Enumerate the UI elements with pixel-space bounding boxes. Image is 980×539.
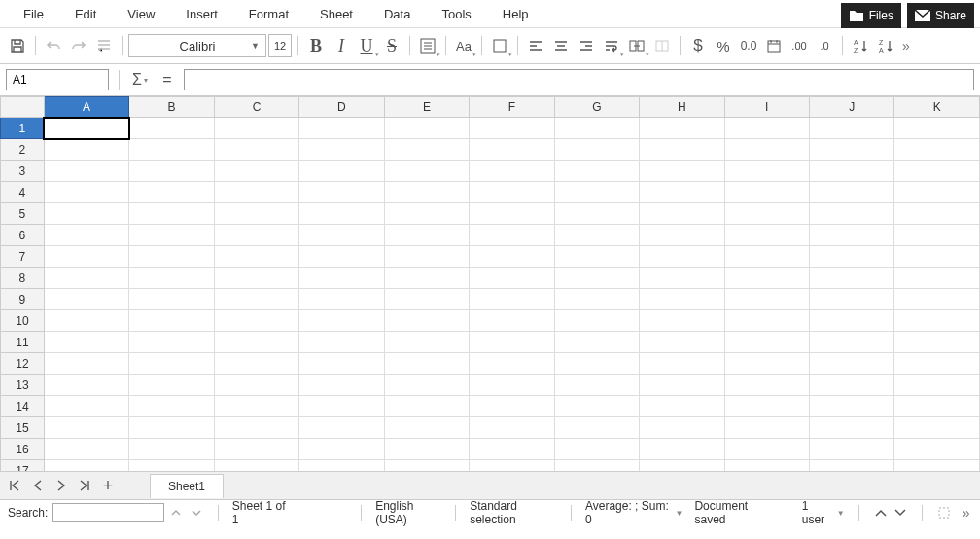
cell[interactable] [44,417,128,439]
cell[interactable] [299,375,384,396]
cell[interactable] [299,289,384,310]
add-sheet-icon[interactable]: + [97,475,119,496]
cell[interactable] [554,332,639,353]
cell[interactable] [299,139,384,161]
cell[interactable] [809,332,893,353]
column-header[interactable]: G [554,97,639,118]
cell[interactable] [384,118,469,139]
cell[interactable] [809,203,893,225]
cell[interactable] [214,139,298,161]
toolbar-overflow-icon[interactable]: » [899,38,913,54]
menu-view[interactable]: View [112,3,170,25]
files-button[interactable]: Files [841,3,901,28]
cell[interactable] [384,332,469,353]
cell[interactable] [724,460,809,473]
cell[interactable] [129,439,214,460]
cell[interactable] [44,161,128,182]
cell[interactable] [809,439,893,460]
cell[interactable] [129,460,214,473]
cell[interactable] [299,417,384,439]
cell[interactable] [894,246,980,268]
cell[interactable] [809,246,893,268]
cell[interactable] [554,268,639,289]
row-header[interactable]: 9 [1,289,45,310]
cell[interactable] [554,460,639,473]
column-header[interactable]: C [214,97,298,118]
cell[interactable] [470,139,554,161]
cell[interactable] [129,332,214,353]
font-name-select[interactable]: Calibri ▼ [128,34,266,57]
cell[interactable] [470,161,554,182]
status-overflow-icon[interactable]: » [960,505,972,521]
cell[interactable] [299,310,384,332]
chevron-down-icon[interactable]: ▼ [837,509,845,518]
cell[interactable] [894,353,980,375]
cell[interactable] [384,203,469,225]
column-header[interactable]: H [640,97,724,118]
cell[interactable] [129,182,214,203]
cell[interactable] [554,182,639,203]
cell[interactable] [809,139,893,161]
unmerge-cells-icon[interactable] [650,34,674,57]
cell[interactable] [129,246,214,268]
cell[interactable] [384,268,469,289]
cell[interactable] [894,289,980,310]
cell[interactable] [894,268,980,289]
cell[interactable] [44,139,128,161]
save-icon[interactable] [6,34,29,57]
cell[interactable] [809,353,893,375]
column-header[interactable]: I [724,97,809,118]
zoom-fit-icon[interactable] [936,504,952,521]
text-case-icon[interactable]: Aa▾ [452,34,475,57]
cell[interactable] [299,182,384,203]
cell[interactable] [470,417,554,439]
equals-icon[interactable]: = [157,69,178,90]
cell[interactable] [894,439,980,460]
cell[interactable] [894,460,980,473]
percent-icon[interactable]: % [712,34,735,57]
cell[interactable] [554,246,639,268]
select-all-corner[interactable] [1,97,45,118]
cell[interactable] [724,289,809,310]
add-decimal-icon[interactable]: .00 [788,34,811,57]
cell[interactable] [554,139,639,161]
cell[interactable] [384,182,469,203]
decrease-indent-icon[interactable] [92,34,116,57]
cell[interactable] [44,375,128,396]
collapse-up-icon[interactable] [873,504,889,521]
row-header[interactable]: 12 [1,353,45,375]
cell[interactable] [384,310,469,332]
cell[interactable] [44,332,128,353]
cell[interactable] [214,225,298,246]
cell[interactable] [384,353,469,375]
formula-input[interactable] [184,69,974,90]
language-label[interactable]: English (USA) [375,499,441,526]
cell[interactable] [724,417,809,439]
sheet-tab-active[interactable]: Sheet1 [150,474,224,498]
cell[interactable] [894,332,980,353]
cell[interactable] [640,396,724,417]
menu-sheet[interactable]: Sheet [304,3,368,25]
next-sheet-icon[interactable] [51,475,72,496]
cell[interactable] [384,417,469,439]
cell[interactable] [470,396,554,417]
row-header[interactable]: 4 [1,182,45,203]
menu-edit[interactable]: Edit [59,3,112,25]
cell[interactable] [640,310,724,332]
cell[interactable] [470,268,554,289]
cell[interactable] [129,375,214,396]
cell[interactable] [640,332,724,353]
row-header[interactable]: 14 [1,396,45,417]
cell[interactable] [894,182,980,203]
cell[interactable] [470,182,554,203]
cell[interactable] [894,203,980,225]
menu-help[interactable]: Help [487,3,544,25]
cell[interactable] [44,396,128,417]
italic-icon[interactable]: I [330,34,353,57]
menu-insert[interactable]: Insert [170,3,233,25]
column-header[interactable]: B [129,97,214,118]
font-color-icon[interactable]: ▾ [416,34,439,57]
bold-icon[interactable]: B [304,34,328,57]
user-count-label[interactable]: 1 user [802,499,831,526]
cell[interactable] [809,396,893,417]
